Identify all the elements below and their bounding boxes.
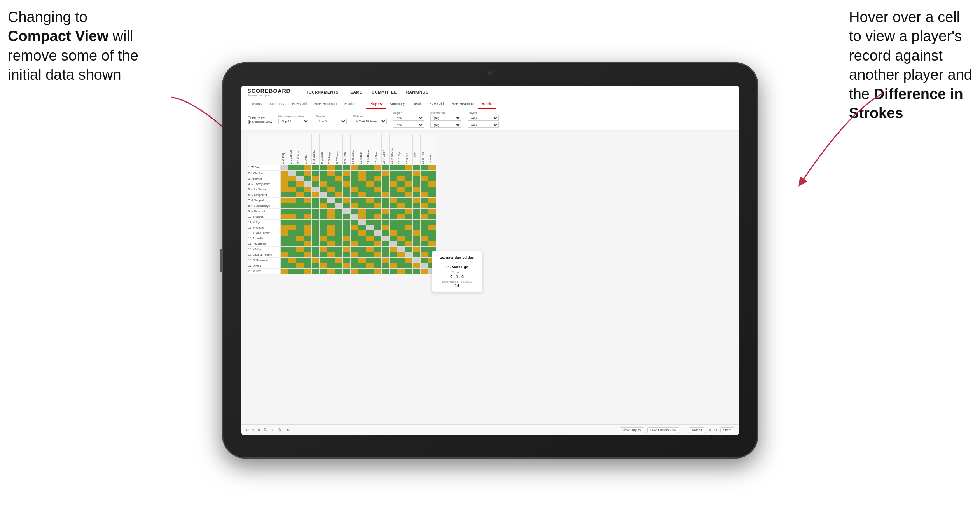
tab-matrix1[interactable]: Matrix [341,99,358,109]
cell-6-2[interactable] [288,192,296,197]
cell-5-13[interactable] [374,187,382,192]
cell-8-5[interactable] [312,203,320,208]
cell-18-16[interactable] [397,257,405,263]
cell-8-8[interactable] [335,203,343,208]
cell-4-1[interactable] [281,181,288,187]
cell-14-10[interactable] [351,236,358,241]
cell-7-14[interactable] [382,197,390,203]
cell-17-16[interactable] [397,252,405,257]
cell-14-19[interactable] [421,236,428,241]
cell-8-2[interactable] [288,203,296,208]
cell-1-17[interactable] [405,165,413,170]
cell-18-19[interactable] [421,257,428,263]
cell-10-19[interactable] [421,214,428,219]
cell-11-1[interactable] [281,219,288,225]
cell-10-10[interactable] [351,214,358,219]
cell-17-8[interactable] [335,252,343,257]
cell-15-16[interactable] [397,241,405,246]
cell-15-4[interactable] [304,241,312,246]
cell-15-3[interactable] [296,241,304,246]
cell-20-1[interactable] [281,268,288,274]
cell-18-14[interactable] [382,257,390,263]
cell-15-19[interactable] [421,241,428,246]
cell-14-11[interactable] [358,236,366,241]
cell-12-16[interactable] [397,225,405,230]
cell-3-13[interactable] [374,176,382,181]
cell-9-16[interactable] [397,208,405,214]
cell-9-18[interactable] [413,208,421,214]
cell-3-18[interactable] [413,176,421,181]
nav-tournaments[interactable]: TOURNAMENTS [306,89,339,96]
cell-5-7[interactable] [327,187,335,192]
region-select2[interactable]: N/A [393,122,424,128]
cell-14-7[interactable] [327,236,335,241]
cell-9-12[interactable] [366,208,374,214]
cell-13-16[interactable] [397,230,405,236]
tab-summary1[interactable]: Summary [266,99,288,109]
cell-17-7[interactable] [327,252,335,257]
cell-2-5[interactable] [312,170,320,176]
cell-20-14[interactable] [382,268,390,274]
cell-12-15[interactable] [390,225,397,230]
cell-19-15[interactable] [390,263,397,268]
cell-7-17[interactable] [405,197,413,203]
cell-17-13[interactable] [374,252,382,257]
cell-17-18[interactable] [413,252,421,257]
cell-20-19[interactable] [421,268,428,274]
cell-17-11[interactable] [358,252,366,257]
toolbar-redo-icon[interactable]: ↪ [252,428,255,432]
cell-18-7[interactable] [327,257,335,263]
cell-14-13[interactable] [374,236,382,241]
cell-5-5[interactable] [312,187,320,192]
toolbar-zoom-in[interactable]: 🔍+ [278,428,284,432]
cell-11-19[interactable] [421,219,428,225]
cell-2-3[interactable] [296,170,304,176]
cell-16-18[interactable] [413,246,421,252]
cell-12-5[interactable] [312,225,320,230]
cell-8-1[interactable] [281,203,288,208]
cell-16-1[interactable] [281,246,288,252]
cell-14-12[interactable] [366,236,374,241]
cell-18-1[interactable] [281,257,288,263]
cell-8-18[interactable] [413,203,421,208]
cell-8-7[interactable] [327,203,335,208]
cell-2-15[interactable] [390,170,397,176]
cell-13-11[interactable] [358,230,366,236]
cell-7-3[interactable] [296,197,304,203]
cell-3-7[interactable] [327,176,335,181]
cell-8-19[interactable] [421,203,428,208]
cell-19-3[interactable] [296,263,304,268]
cell-8-9[interactable] [343,203,351,208]
cell-11-16[interactable] [397,219,405,225]
cell-15-17[interactable] [405,241,413,246]
cell-15-10[interactable] [351,241,358,246]
cell-5-11[interactable] [358,187,366,192]
cell-16-14[interactable] [382,246,390,252]
cell-5-20[interactable] [428,187,436,192]
cell-4-16[interactable] [397,181,405,187]
cell-14-3[interactable] [296,236,304,241]
cell-6-19[interactable] [421,192,428,197]
cell-2-7[interactable] [327,170,335,176]
cell-4-4[interactable] [304,181,312,187]
cell-3-11[interactable] [358,176,366,181]
cell-20-8[interactable] [335,268,343,274]
cell-1-20[interactable] [428,165,436,170]
cell-10-15[interactable] [390,214,397,219]
cell-10-16[interactable] [397,214,405,219]
cell-17-17[interactable] [405,252,413,257]
toolbar-undo-icon[interactable]: ↩ [246,428,249,432]
tab-h2h-grid1[interactable]: H2H Grid [288,99,311,109]
tab-detail[interactable]: Detail [409,99,425,109]
cell-1-8[interactable] [335,165,343,170]
cell-6-6[interactable] [320,192,327,197]
cell-14-9[interactable] [343,236,351,241]
cell-3-14[interactable] [382,176,390,181]
cell-11-3[interactable] [296,219,304,225]
cell-2-12[interactable] [366,170,374,176]
cell-11-17[interactable] [405,219,413,225]
cell-5-19[interactable] [421,187,428,192]
cell-8-11[interactable] [358,203,366,208]
cell-11-15[interactable] [390,219,397,225]
tab-teams[interactable]: Teams [248,99,266,109]
